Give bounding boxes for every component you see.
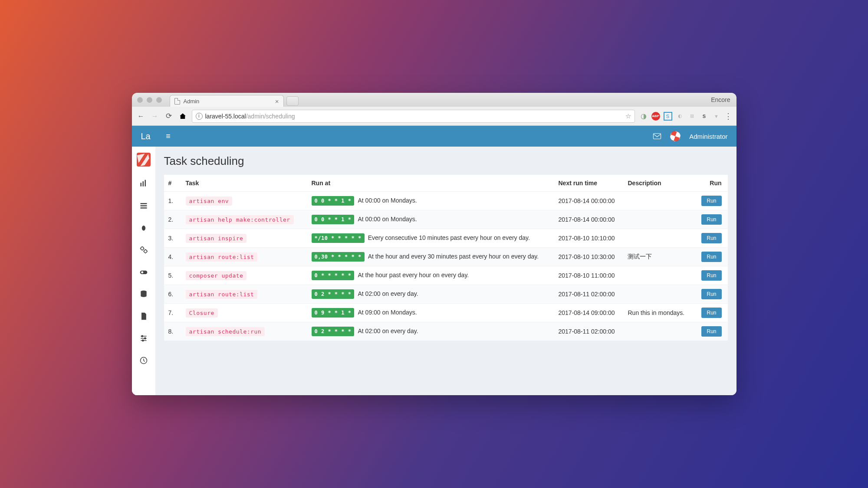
close-window-button[interactable] xyxy=(137,97,143,103)
cron-badge: 0 0 * * 1 * xyxy=(312,196,355,206)
header-right: Administrator xyxy=(653,131,736,141)
cell-task: artisan inspire xyxy=(181,229,307,248)
app-logo[interactable]: La xyxy=(132,131,160,141)
cell-runat: 0 2 * * * *At 02:00 on every day. xyxy=(307,285,554,304)
clock-icon[interactable] xyxy=(138,355,149,366)
svg-rect-2 xyxy=(142,181,144,187)
file-icon[interactable] xyxy=(138,311,149,321)
run-button[interactable]: Run xyxy=(701,214,721,225)
minimize-window-button[interactable] xyxy=(147,97,152,103)
encore-label: Encore xyxy=(711,96,730,103)
col-next: Next run time xyxy=(554,175,623,192)
cell-runat: 0 9 * * 1 *At 09:00 on Mondays. xyxy=(307,304,554,322)
browser-menu-button[interactable]: ⋮ xyxy=(724,111,732,121)
col-runat: Run at xyxy=(307,175,554,192)
sidebar-toggle-button[interactable]: ≡ xyxy=(160,132,177,141)
cell-runat: 0 * * * * *At the hour past every hour o… xyxy=(307,266,554,285)
cell-run: Run xyxy=(697,229,727,248)
browser-window: Admin × Encore ← → ⟳ i laravel-55.local/… xyxy=(132,93,736,395)
cron-badge: 0,30 * * * * * xyxy=(312,252,365,262)
table-row: 3.artisan inspire*/10 * * * * *Every con… xyxy=(164,229,728,248)
cell-desc: Run this in mondays. xyxy=(623,304,697,322)
run-button[interactable]: Run xyxy=(701,326,721,337)
run-button[interactable]: Run xyxy=(701,233,721,243)
browser-tab[interactable]: Admin × xyxy=(170,95,284,107)
run-button[interactable]: Run xyxy=(701,270,721,281)
cell-next: 2017-08-11 02:00:00 xyxy=(554,285,623,304)
cell-runat: 0 0 * * 1 *At 00:00 on Mondays. xyxy=(307,192,554,210)
dashboard-icon[interactable] xyxy=(138,178,149,189)
extension-icon[interactable]: ◐ xyxy=(676,112,684,121)
messages-icon[interactable] xyxy=(653,133,661,139)
run-button[interactable]: Run xyxy=(701,308,721,318)
cell-index: 4. xyxy=(164,248,181,266)
reload-button[interactable]: ⟳ xyxy=(164,111,174,121)
command-badge: artisan inspire xyxy=(186,234,247,243)
command-badge: artisan help make:controller xyxy=(186,215,294,224)
url-field[interactable]: i laravel-55.local/admin/scheduling ☆ xyxy=(192,110,635,123)
cell-next: 2017-08-14 00:00:00 xyxy=(554,192,623,210)
run-button[interactable]: Run xyxy=(701,289,721,299)
list-icon[interactable] xyxy=(138,200,149,211)
forward-button[interactable]: → xyxy=(150,111,160,121)
cell-index: 6. xyxy=(164,285,181,304)
settings-icon[interactable] xyxy=(138,245,149,255)
run-button[interactable]: Run xyxy=(701,196,721,206)
main-content: Task scheduling # Task Run at Next run t… xyxy=(155,147,736,395)
bookmark-star-icon[interactable]: ☆ xyxy=(625,112,631,120)
cell-run: Run xyxy=(697,322,727,341)
cron-badge: */10 * * * * * xyxy=(312,233,365,243)
cell-desc xyxy=(623,192,697,210)
cell-runat: 0 0 * * 1 *At 00:00 on Mondays. xyxy=(307,210,554,229)
cell-runat: */10 * * * * *Every consecutive 10 minut… xyxy=(307,229,554,248)
cell-next: 2017-08-14 09:00:00 xyxy=(554,304,623,322)
database-icon[interactable] xyxy=(138,289,149,299)
cell-desc xyxy=(623,285,697,304)
cron-human: At 00:00 on Mondays. xyxy=(358,216,417,223)
col-task: Task xyxy=(181,175,307,192)
browser-toolbar: ← → ⟳ i laravel-55.local/admin/schedulin… xyxy=(132,107,736,126)
svg-point-8 xyxy=(141,247,144,250)
document-icon xyxy=(174,98,180,105)
command-badge: artisan route:list xyxy=(186,252,258,262)
command-badge: Closure xyxy=(186,308,218,318)
extension-icon[interactable]: ▼ xyxy=(712,112,721,121)
table-row: 7.Closure0 9 * * 1 *At 09:00 on Mondays.… xyxy=(164,304,728,322)
cell-index: 7. xyxy=(164,304,181,322)
toggle-icon[interactable] xyxy=(138,267,149,277)
home-button[interactable] xyxy=(178,111,187,121)
svg-point-15 xyxy=(142,340,143,341)
cron-badge: 0 2 * * * * xyxy=(312,289,355,299)
user-avatar[interactable] xyxy=(669,130,682,143)
brand-icon[interactable] xyxy=(137,153,151,167)
cell-run: Run xyxy=(697,248,727,266)
svg-rect-1 xyxy=(140,183,141,186)
cell-index: 8. xyxy=(164,322,181,341)
cell-next: 2017-08-10 10:30:00 xyxy=(554,248,623,266)
site-info-icon[interactable]: i xyxy=(196,113,203,120)
bug-icon[interactable] xyxy=(138,223,149,233)
cron-human: At 02:00 on every day. xyxy=(358,328,418,334)
tasks-table: # Task Run at Next run time Description … xyxy=(164,175,728,341)
new-tab-button[interactable] xyxy=(286,96,299,106)
extension-icon[interactable]: ⊞ xyxy=(688,112,697,121)
cell-next: 2017-08-14 00:00:00 xyxy=(554,210,623,229)
close-tab-button[interactable]: × xyxy=(275,98,279,105)
sidebar xyxy=(132,147,155,395)
extension-s2-icon[interactable]: S xyxy=(700,112,709,121)
username-label[interactable]: Administrator xyxy=(689,133,727,140)
adblock-icon[interactable]: ABP xyxy=(651,112,660,121)
extension-s-icon[interactable]: S xyxy=(664,112,672,121)
sliders-icon[interactable] xyxy=(138,333,149,344)
extension-icon[interactable]: ◑ xyxy=(639,112,648,121)
maximize-window-button[interactable] xyxy=(156,97,162,103)
cell-runat: 0 2 * * * *At 02:00 on every day. xyxy=(307,322,554,341)
svg-point-14 xyxy=(144,337,145,339)
command-badge: composer update xyxy=(186,271,247,280)
back-button[interactable]: ← xyxy=(136,111,146,121)
svg-point-11 xyxy=(141,271,143,273)
cell-task: artisan env xyxy=(181,192,307,210)
run-button[interactable]: Run xyxy=(701,252,721,262)
svg-rect-5 xyxy=(140,205,147,206)
cell-task: artisan route:list xyxy=(181,285,307,304)
